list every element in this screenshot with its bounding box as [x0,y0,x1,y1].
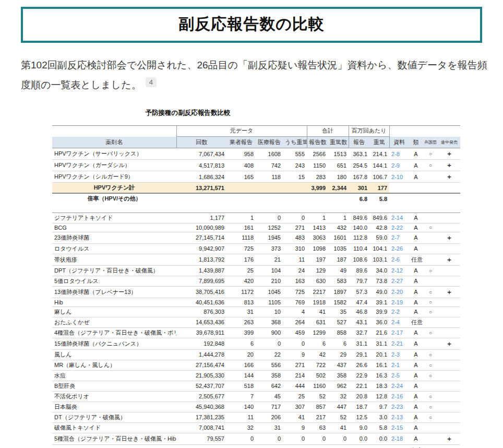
cell: ＋ [438,254,460,265]
cell [389,183,409,194]
cell [328,193,349,204]
cell: 408 [226,160,256,171]
doc-link[interactable]: 2-15 [391,425,403,431]
table-row: MR（麻しん・風しん）27,156,47416655627172243726.6… [52,360,460,370]
cell: 4 [283,306,307,317]
cell: 52,437,707 [176,381,226,391]
cell: 32.7 [349,327,369,338]
cell: 900 [256,327,283,338]
cell: 2-21 [389,338,409,349]
doc-link[interactable]: 2-10 [391,174,403,180]
cell: 144.1 [369,160,389,171]
cell: 2-5 [389,370,409,381]
doc-link[interactable]: 2-20 [391,289,403,295]
cell [438,402,460,412]
doc-link[interactable]: 2-1 [391,362,400,368]
cell: 0.0 [369,444,389,448]
cell: 4,781 [176,444,226,448]
cell: 368 [256,317,283,327]
doc-link[interactable]: 2-7 [391,234,400,241]
cell: 2-27 [389,276,409,286]
cell: 22 [256,349,283,360]
cell: ○ [423,360,438,370]
cell: 1118 [226,232,256,243]
cell: 0 [328,433,349,444]
cell: 0 [283,444,307,448]
cell: 6 [307,338,328,349]
cell: ＋ [438,433,460,444]
cell: 2-26 [389,243,409,254]
cell: 31 [226,306,256,317]
cell [438,213,460,223]
cell: A [409,402,423,412]
cell: 16.3 [369,370,389,381]
doc-link[interactable]: 2-6 [391,256,400,263]
cell: 18.3 [369,381,389,391]
doc-link[interactable]: 2-26 [391,245,403,252]
doc-link[interactable]: 2-27 [391,278,403,284]
cell: ロタウイルス [52,243,176,254]
cell: 363.1 [349,148,369,160]
cell [438,243,460,254]
doc-link[interactable]: 2-22 [391,225,403,231]
cell: 1,444,278 [176,349,226,360]
table-row: 13価肺炎球菌（プレベナー13）38,705,41611721045725221… [52,286,460,298]
cell: A [409,349,423,360]
cell [438,391,460,402]
doc-link[interactable]: 2-3 [391,351,400,358]
doc-link[interactable]: 2-8 [391,151,400,157]
cell: 2-22 [389,223,409,232]
cell: 39.1 [369,298,389,306]
cell: 27,156,474 [176,360,226,370]
cell: 106.7 [369,171,389,183]
cell: ○ [423,391,438,402]
group-header: 元データ [176,126,307,137]
cell: 任意 [409,444,423,448]
cell: 399 [226,327,256,338]
cell: 556 [256,360,283,370]
cell: 110.4 [349,243,369,254]
cell: 5種混合（ジフテリア・百日せき・破傷風・Hib） [52,433,176,444]
column-header: 途中発売 [438,137,460,148]
table-row: おたふくかぜ14,653,43626336826463152743.136.02… [52,317,460,327]
cell: 1601 [328,232,349,243]
doc-link[interactable]: 2-12 [391,267,403,274]
doc-link[interactable]: 2-17 [391,329,403,336]
cell: 1 [307,213,328,223]
doc-link[interactable]: 2-9 [391,162,400,169]
cell: 1299 [307,327,328,338]
doc-link[interactable]: 2-24 [391,383,403,389]
cell: 214.1 [369,148,389,160]
cell: 358 [256,370,283,381]
group-header [52,126,176,137]
cell: 13,271,571 [176,183,226,194]
doc-link[interactable]: 2-14 [391,215,403,221]
cell: ○ [423,160,438,171]
doc-link[interactable]: 2-4 [391,319,400,325]
doc-link[interactable]: 2-5 [391,372,400,379]
cell: 555 [283,148,307,160]
doc-link[interactable]: 2-16 [391,393,403,399]
cell: 163 [283,276,307,286]
cell: 5価ロタウイルス [52,276,176,286]
doc-link[interactable]: 2-13 [391,414,403,420]
cell: 1,177 [176,213,226,223]
cell: 2,505,677 [176,391,226,402]
doc-link[interactable]: 2-19 [391,299,403,305]
intro-sentence: 第102回副反応検討部会で公開された、26品目の「副反応疑い報告状況」資料から、… [21,60,487,90]
doc-link[interactable]: 2-18 [391,435,403,442]
doc-link[interactable]: 2-23 [391,404,403,410]
table-row: 15価肺炎球菌（バクニュバンス）192,8486006631.131.12-21… [52,338,460,349]
cell: 2-4 [389,317,409,327]
cell: ＋ [438,160,460,171]
doc-link[interactable]: 2-21 [391,340,403,347]
cell [226,193,256,204]
footnote-ref[interactable]: 4 [146,77,157,87]
cell: 2-25 [389,444,409,448]
doc-link[interactable]: 2-2 [391,309,400,315]
cell: 0.0 [349,444,369,448]
cell: ○ [423,402,438,412]
cell [438,317,460,327]
cell [423,183,438,194]
table-row: 5価ロタウイルス7,899,69542021016363058379.773.8… [52,276,460,286]
